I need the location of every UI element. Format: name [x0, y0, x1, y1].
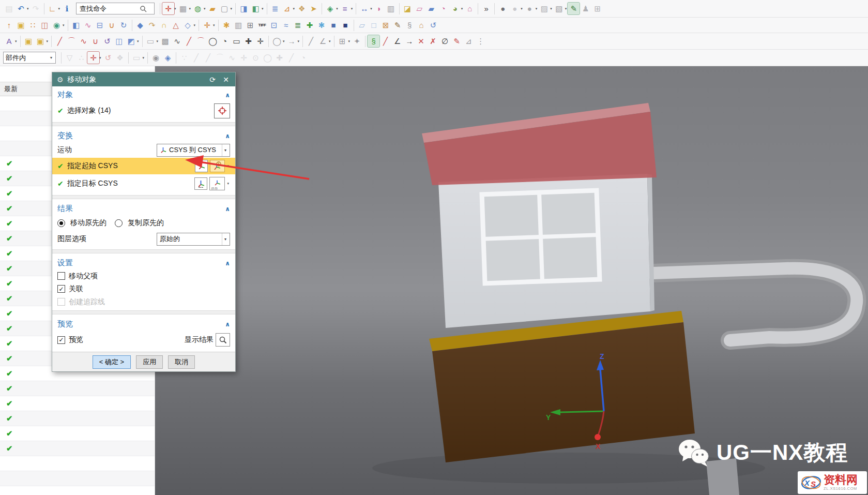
- roof-surface-icon[interactable]: ⌂: [464, 3, 476, 14]
- collapse-chevron-icon[interactable]: ∧: [225, 321, 230, 328]
- wcs-dropdown[interactable]: ▾: [293, 7, 295, 11]
- open-folder-icon[interactable]: ▰: [207, 3, 219, 14]
- to-csys-button[interactable]: [194, 177, 207, 190]
- measure-dropdown[interactable]: ▾: [370, 7, 372, 11]
- measure-body-icon[interactable]: ⌂: [416, 19, 428, 31]
- specify-to-csys-row[interactable]: ✔ 指定目标 CSYS: [52, 174, 235, 193]
- cube-blue-icon[interactable]: ■: [328, 19, 340, 31]
- texture-style-dropdown[interactable]: ▾: [550, 7, 552, 11]
- hd3d-icon[interactable]: ≈: [280, 19, 292, 31]
- assembly-tree-icon[interactable]: ≣: [292, 19, 304, 31]
- filter-icon[interactable]: ▽: [64, 52, 75, 64]
- snap-line-icon[interactable]: ╱: [190, 52, 202, 64]
- patch-surface-icon[interactable]: ◔: [437, 3, 449, 14]
- wcs-icon[interactable]: ⊿: [281, 3, 293, 14]
- corner-icon[interactable]: ∠: [317, 35, 329, 47]
- datum-plane2-icon[interactable]: ◩: [125, 35, 137, 47]
- section-view-icon[interactable]: ◨: [238, 3, 250, 14]
- snap-quadrant-icon[interactable]: ◔: [297, 52, 309, 64]
- fit-view-icon[interactable]: ✛: [162, 3, 174, 14]
- mirror-display-dropdown[interactable]: ▾: [262, 7, 264, 11]
- feature-row[interactable]: [0, 486, 155, 495]
- solid-cube-icon[interactable]: ◈: [162, 52, 174, 64]
- datum-block-icon[interactable]: ▣: [23, 35, 35, 47]
- point-icon[interactable]: ✛: [254, 35, 266, 47]
- shaded-gray-dropdown[interactable]: ▾: [536, 7, 538, 11]
- move-face-dropdown[interactable]: ▾: [213, 23, 215, 27]
- shaded-light-dropdown[interactable]: ▾: [521, 7, 523, 11]
- circle-icon[interactable]: ◯: [207, 35, 219, 47]
- preview-checkbox[interactable]: ✓: [57, 336, 65, 344]
- spline-icon[interactable]: ∿: [78, 35, 89, 47]
- line-icon[interactable]: ╱: [54, 35, 66, 47]
- true-shading-icon[interactable]: ✎: [568, 3, 580, 14]
- feature-row[interactable]: ✔: [0, 441, 155, 456]
- sketch-line-icon[interactable]: ╱: [183, 35, 195, 47]
- key-icon[interactable]: ➤: [308, 3, 319, 14]
- dim-line-icon[interactable]: ╱: [379, 35, 391, 47]
- surface-square-dropdown[interactable]: ▾: [157, 39, 159, 43]
- select-point-dropdown[interactable]: ▾: [99, 56, 101, 60]
- curve-comb-icon[interactable]: ≡: [339, 3, 351, 14]
- from-csys-dialog-button[interactable]: [210, 160, 225, 172]
- offset-curve-icon[interactable]: →: [286, 35, 298, 47]
- sheet-surface-icon[interactable]: ▱: [414, 3, 425, 14]
- offset-curve-dropdown[interactable]: ▾: [298, 39, 300, 43]
- info-icon[interactable]: ℹ: [61, 3, 73, 14]
- collapse-chevron-icon[interactable]: ∧: [225, 92, 230, 99]
- datum-csys-dropdown[interactable]: ▾: [58, 7, 60, 11]
- shell-icon[interactable]: ∪: [106, 19, 118, 31]
- refresh-icon[interactable]: ↺: [428, 19, 439, 31]
- snap-line2-icon[interactable]: ╱: [202, 52, 214, 64]
- feature-row[interactable]: ✔: [0, 411, 155, 426]
- texture-style-icon[interactable]: ▨: [538, 3, 550, 14]
- select-object-button[interactable]: [214, 103, 230, 118]
- snap-arc-icon[interactable]: ⌒: [214, 52, 226, 64]
- pale-sheet-icon[interactable]: ▱: [356, 19, 368, 31]
- section-result[interactable]: 结果 ∧: [52, 201, 235, 215]
- chevron-more-icon[interactable]: ⋮: [475, 35, 486, 47]
- snap-center-icon[interactable]: ⊙: [250, 52, 262, 64]
- layer-option-dropdown[interactable]: 原始的 ▾: [157, 233, 230, 246]
- constraint-icon[interactable]: ✱: [316, 19, 328, 31]
- datum-plane2-dropdown[interactable]: ▾: [137, 39, 139, 43]
- undo-dropdown[interactable]: ▾: [27, 7, 29, 11]
- dome-surface-dropdown[interactable]: ▾: [461, 7, 463, 11]
- surface-square-icon[interactable]: ▭: [145, 35, 157, 47]
- sew-icon[interactable]: ⊠: [380, 19, 392, 31]
- apply-button[interactable]: 应用: [136, 355, 163, 369]
- corner-dropdown[interactable]: ▾: [329, 39, 331, 43]
- wrench-icon[interactable]: ✎: [392, 19, 404, 31]
- feature-row[interactable]: ✔: [0, 426, 155, 441]
- render-style-dropdown[interactable]: ▾: [204, 7, 206, 11]
- pattern-feature-icon[interactable]: ∷: [27, 19, 39, 31]
- measure-icon[interactable]: ↔: [358, 3, 370, 14]
- pattern-curve-icon[interactable]: ⊞: [337, 35, 348, 47]
- arc-icon[interactable]: ⌒: [66, 35, 78, 47]
- collapse-chevron-icon[interactable]: ∧: [225, 260, 230, 267]
- mirror-feature-icon[interactable]: ◫: [39, 19, 51, 31]
- cancel-button[interactable]: 取消: [168, 355, 195, 369]
- sphere-feature-dropdown[interactable]: ▾: [63, 23, 65, 27]
- grab-icon[interactable]: ❖: [114, 52, 126, 64]
- datum-csys-icon[interactable]: ∟: [47, 3, 58, 14]
- layer-settings-icon[interactable]: ≣: [269, 3, 281, 14]
- sketch-arc-icon[interactable]: ⌒: [195, 35, 207, 47]
- show-hide-dropdown[interactable]: ▾: [336, 7, 338, 11]
- mirror-display-icon[interactable]: ◧: [250, 3, 262, 14]
- datum-block2-icon[interactable]: ▣: [35, 35, 47, 47]
- clip-icon[interactable]: §: [368, 35, 379, 47]
- fit-view-dropdown[interactable]: ▾: [174, 7, 176, 11]
- motion-dropdown[interactable]: CSYS 到 CSYS ▾: [157, 144, 230, 157]
- deform-icon[interactable]: §: [404, 19, 416, 31]
- redo-icon[interactable]: ↷: [30, 3, 42, 14]
- fillet-icon[interactable]: ◔: [219, 35, 231, 47]
- move-parent-checkbox[interactable]: [57, 272, 65, 280]
- to-csys-origin-button[interactable]: (0,0): [209, 177, 225, 190]
- collapse-chevron-icon[interactable]: ∧: [225, 205, 230, 213]
- dim-angle-icon[interactable]: ∠: [391, 35, 403, 47]
- feature-row[interactable]: [0, 456, 155, 471]
- helix-icon[interactable]: ↺: [101, 35, 113, 47]
- cross-icon[interactable]: ✗: [427, 35, 439, 47]
- pan-icon[interactable]: ❖: [296, 3, 308, 14]
